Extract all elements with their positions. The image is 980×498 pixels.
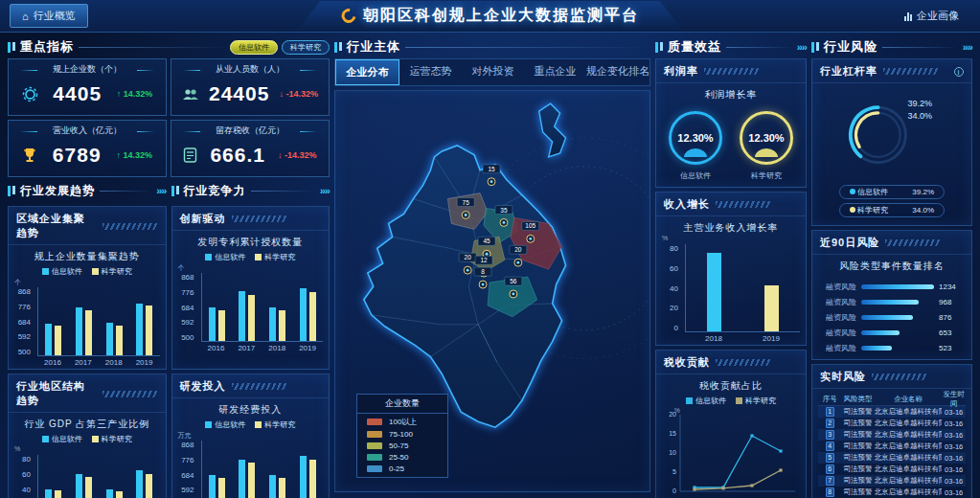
bar-group: [239, 273, 255, 341]
table-row[interactable]: 8司法预警北京启迪卓越科技有限公司03-16: [818, 487, 966, 498]
table-row[interactable]: 7司法预警北京启迪卓越科技有限公司03-16: [818, 475, 966, 487]
map-legend-title: 企业数量: [357, 395, 447, 414]
y-tick: 60: [22, 470, 31, 479]
filter-info-software[interactable]: 信息软件: [230, 40, 278, 55]
panel-title: 研发投入: [180, 379, 226, 394]
x-tick: 2016: [44, 358, 61, 367]
stat-card-tax: 留存税收（亿元） 666.1 ↓ -14.32%: [171, 120, 330, 177]
hatch-decoration: [716, 359, 771, 366]
table-row[interactable]: 1司法预警北京启迪卓越科技有限公司03-16: [818, 406, 966, 418]
bar-group: [136, 455, 152, 498]
panel-tax-contribution: 税收贡献 税收贡献占比 信息软件科学研究%2015105020162017201…: [655, 350, 807, 498]
row-number: 7: [826, 476, 834, 486]
table-cell: 司法预警: [842, 407, 875, 417]
y-axis: 868776684592500: [172, 441, 198, 498]
map-legend-row: 100以上: [357, 414, 447, 427]
more-arrows[interactable]: »»: [320, 185, 330, 196]
y-tick: 776: [181, 456, 194, 464]
table-row[interactable]: 6司法预警北京启迪卓越科技有限公司03-16: [818, 464, 966, 475]
filter-science-research[interactable]: 科学研究: [282, 40, 330, 55]
table-header-row: 序号风险类型企业名称发生时间: [818, 393, 966, 406]
table-cell: 03-16: [942, 454, 966, 463]
hatch-decoration: [883, 68, 939, 75]
y-tick: 0: [674, 324, 678, 332]
bar-group: [209, 441, 225, 498]
more-arrows[interactable]: »»: [963, 41, 972, 53]
x-tick: 2019: [763, 334, 780, 343]
chart-title: 税收贡献占比: [656, 374, 806, 393]
tab-enterprise-change-ranking[interactable]: 规企变化排名: [586, 59, 650, 85]
trend-panels-row: 行业发展趋势 »» 区域企业集聚趋势 规上企业数量集聚趋势 信息软件科学研究个8…: [8, 182, 330, 498]
y-tick: 592: [18, 332, 31, 341]
table-cell: 北京启迪卓越科技有限公司: [875, 430, 943, 440]
y-tick: 684: [18, 318, 31, 327]
svg-text:15: 15: [669, 430, 676, 437]
section-industry-entities: 行业主体: [334, 38, 650, 56]
plot-area: [37, 455, 160, 498]
legend-swatch: [92, 436, 99, 442]
mound-decoration: [755, 148, 778, 157]
legend-item-info-software[interactable]: 信息软件 39.2%: [839, 185, 945, 199]
column-key-indicators: 重点指标 信息软件 科学研究 规上企业数（个） 4405 ↑ 14.32% 从业…: [8, 38, 330, 492]
risk-bar-track: [861, 330, 934, 335]
table-cell: 03-16: [942, 488, 966, 497]
bar: [300, 288, 307, 341]
x-axis: 20182019: [685, 334, 800, 343]
agg-bar-chart: 个8687766845925002016201720182019: [9, 278, 166, 369]
more-arrows[interactable]: »»: [797, 41, 807, 53]
chart-title: 主营业务收入增长率: [656, 216, 806, 235]
risk-bar-value: 968: [939, 298, 964, 306]
map-legend-row: 75-100: [357, 427, 447, 439]
tab-key-enterprises[interactable]: 重点企业: [524, 59, 586, 85]
legend-swatch: [686, 397, 693, 404]
bar-group: [300, 273, 316, 341]
y-tick: 592: [181, 318, 194, 327]
bar-group: [269, 441, 285, 498]
app-header: ⌂ 行业概览 朝阳区科创规上企业大数据监测平台 企业画像: [0, 0, 980, 33]
hatch-decoration: [232, 383, 287, 390]
panel-innovation-driven: 创新驱动 发明专利累计授权数量 信息软件科学研究个868776684592500…: [171, 206, 330, 370]
legend-item: 科学研究: [92, 434, 132, 444]
profit-gauges: 12.30% 信息软件 12.30% 科学研究: [656, 102, 806, 187]
svg-text:15: 15: [488, 166, 495, 172]
table-cell: 7: [818, 476, 842, 486]
plot-area: [201, 441, 324, 498]
svg-text:0: 0: [672, 487, 676, 494]
bar: [269, 475, 276, 498]
chart-title: 利润增长率: [656, 83, 806, 102]
stat-delta: ↑ 14.32%: [117, 89, 153, 99]
tab-enterprise-distribution[interactable]: 企业分布: [335, 59, 399, 85]
table-cell: 3: [818, 430, 842, 440]
more-arrows[interactable]: »»: [156, 185, 166, 196]
legend-item-science-research[interactable]: 科学研究 34.0%: [839, 203, 945, 217]
risk-bar-label: 融资风险: [820, 297, 856, 307]
table-row[interactable]: 3司法预警北京启迪卓越科技有限公司03-16: [818, 429, 966, 441]
gauge-value: 12.30%: [677, 132, 713, 144]
table-cell: 5: [818, 453, 842, 463]
bar: [85, 310, 92, 355]
tab-operation-status[interactable]: 运营态势: [399, 59, 462, 85]
y-tick: 20: [670, 304, 678, 312]
nav-industry-overview[interactable]: ⌂ 行业概览: [10, 4, 88, 28]
table-row[interactable]: 2司法预警北京启迪卓越科技有限公司03-16: [818, 418, 966, 429]
app-logo-icon: [338, 6, 358, 26]
risk-bar-value: 653: [939, 328, 964, 337]
column-header: 序号: [818, 395, 842, 404]
nav-enterprise-portrait[interactable]: 企业画像: [893, 5, 970, 27]
table-cell: 司法预警: [842, 441, 875, 451]
table-cell: 北京启迪卓越科技有限公司: [875, 487, 943, 497]
legend-swatch: [42, 436, 49, 442]
svg-text:20: 20: [669, 411, 676, 418]
risk-type-bars: 融资风险1234融资风险968融资风险876融资风险653融资风险523: [812, 273, 971, 359]
section-bars-icon: [655, 42, 663, 53]
risk-bar-label: 融资风险: [820, 312, 856, 323]
district-map-panel: 15753510545202012856 企业数量 100以上75-10050-…: [334, 90, 650, 492]
panel-title: 行业杠杆率: [820, 64, 877, 79]
legend-item: 科学研究: [255, 419, 295, 430]
table-row[interactable]: 5司法预警北京启迪卓越科技有限公司03-16: [818, 452, 966, 464]
table-row[interactable]: 4司法预警北京启迪卓越科技有限公司03-16: [818, 441, 966, 452]
info-icon[interactable]: i: [954, 67, 964, 77]
chart-legend: 信息软件科学研究: [172, 249, 330, 263]
gear-icon: [22, 86, 38, 102]
tab-outbound-investment[interactable]: 对外投资: [462, 59, 524, 85]
